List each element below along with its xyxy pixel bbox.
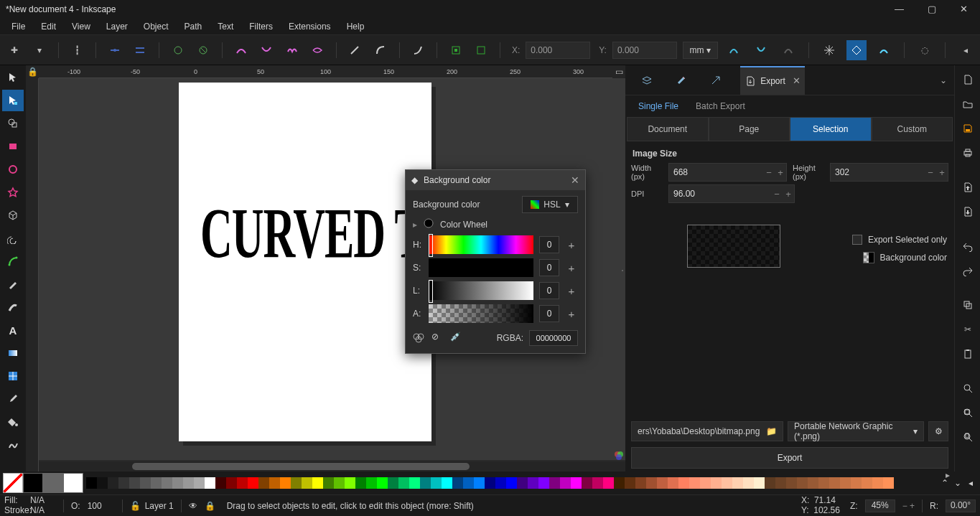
show-mask-icon[interactable] xyxy=(751,40,771,60)
menu-layer[interactable]: Layer xyxy=(99,19,135,34)
color-wheel-toggle[interactable]: ▸ Color Wheel xyxy=(413,217,578,231)
export-selected-only-row[interactable]: Export Selected only xyxy=(852,235,947,245)
dpi-input[interactable]: 96.00−+ xyxy=(668,184,795,203)
layer-visible-icon[interactable]: 🔓 xyxy=(130,501,141,511)
show-outline-icon[interactable] xyxy=(471,40,490,60)
palette-swatch[interactable] xyxy=(248,477,258,489)
scope-selection[interactable]: Selection xyxy=(790,117,872,141)
height-input[interactable]: 302−+ xyxy=(830,163,948,182)
rectangle-tool[interactable] xyxy=(2,136,24,157)
palette-swatch[interactable] xyxy=(668,477,678,489)
unit-select[interactable]: mm▾ xyxy=(683,42,718,59)
export-tab-close-icon[interactable]: ✕ xyxy=(793,75,801,86)
color-managed-icon[interactable] xyxy=(614,450,624,460)
export-selected-checkbox[interactable] xyxy=(852,235,862,245)
alpha-plus[interactable]: + xyxy=(565,305,578,322)
palette-swatch[interactable] xyxy=(151,477,162,489)
palette-swatch[interactable] xyxy=(689,477,700,489)
palette-swatch[interactable] xyxy=(797,477,808,489)
palette-swatch[interactable] xyxy=(226,477,237,489)
browse-folder-icon[interactable]: 📁 xyxy=(766,426,777,436)
alpha-slider[interactable] xyxy=(429,304,533,323)
palette-swatch[interactable] xyxy=(603,477,614,489)
lightness-value[interactable]: 0 xyxy=(539,282,559,299)
palette-swatch[interactable] xyxy=(140,477,151,489)
palette-swatch[interactable] xyxy=(506,477,517,489)
palette-swatch[interactable] xyxy=(237,477,248,489)
object-to-path-icon[interactable] xyxy=(409,40,428,60)
palette-swatch[interactable] xyxy=(86,477,97,489)
palette-swatch[interactable] xyxy=(377,477,388,489)
no-paint-icon[interactable]: ⊘ xyxy=(431,332,444,344)
palette-swatch[interactable] xyxy=(538,477,549,489)
dialog-titlebar[interactable]: ◆ Background color ✕ xyxy=(406,170,585,190)
palette-swatch[interactable] xyxy=(355,477,366,489)
background-color-dialog[interactable]: ◆ Background color ✕ Background color HS… xyxy=(405,169,586,354)
palette-swatch[interactable] xyxy=(442,477,452,489)
palette-swatch[interactable] xyxy=(345,477,355,489)
palette-swatch[interactable] xyxy=(334,477,345,489)
export-panel-tab[interactable]: Export ✕ xyxy=(740,66,805,95)
delete-node-icon[interactable]: ▾ xyxy=(29,40,49,60)
save-icon[interactable] xyxy=(958,118,978,139)
color-management-icon[interactable] xyxy=(413,332,426,344)
palette-swatch[interactable] xyxy=(840,477,851,489)
hue-value[interactable]: 0 xyxy=(539,236,559,253)
join-segment-icon[interactable] xyxy=(131,40,150,60)
node-symmetric-icon[interactable] xyxy=(282,40,302,60)
palette-swatch[interactable] xyxy=(678,477,689,489)
palette-swatch[interactable] xyxy=(312,477,323,489)
ruler-horizontal[interactable]: -100 -50 0 50 100 150 200 250 300 xyxy=(39,65,625,78)
menu-extensions[interactable]: Extensions xyxy=(281,19,338,34)
eye-icon[interactable]: 👁 xyxy=(189,501,197,511)
delete-segment-icon[interactable] xyxy=(168,40,187,60)
palette-swatch[interactable] xyxy=(194,477,205,489)
palette-swatch[interactable] xyxy=(808,477,818,489)
selector-tool[interactable] xyxy=(2,67,24,88)
palette-swatch[interactable] xyxy=(269,477,280,489)
maximize-button[interactable]: ▢ xyxy=(915,0,948,18)
palette-swatch[interactable] xyxy=(323,477,334,489)
object-properties-panel-tab-icon[interactable] xyxy=(706,70,726,90)
layers-panel-tab-icon[interactable] xyxy=(637,70,657,90)
palette-swatch[interactable] xyxy=(420,477,431,489)
shape-builder-tool[interactable] xyxy=(2,113,24,134)
palette-swatch[interactable] xyxy=(129,477,140,489)
display-popup-icon[interactable]: ▭ xyxy=(612,65,625,78)
rgba-input[interactable]: 00000000 xyxy=(529,330,578,346)
palette-swatch[interactable] xyxy=(366,477,377,489)
palette-swatch[interactable] xyxy=(162,477,172,489)
mesh-tool[interactable] xyxy=(2,365,24,387)
zoom-selection-icon[interactable] xyxy=(958,378,978,398)
menu-edit[interactable]: Edit xyxy=(34,19,63,34)
width-plus[interactable]: + xyxy=(775,164,786,181)
palette-swatch[interactable] xyxy=(646,477,657,489)
palette-swatch[interactable] xyxy=(463,477,474,489)
eyedropper-icon[interactable]: 💉 xyxy=(450,332,463,344)
scope-page[interactable]: Page xyxy=(709,117,790,141)
palette-swatch[interactable] xyxy=(108,477,118,489)
scope-custom[interactable]: Custom xyxy=(872,117,953,141)
cut-icon[interactable]: ✂ xyxy=(958,319,978,339)
palette-next-icon[interactable]: ⌄ xyxy=(951,477,964,489)
palette-swatch[interactable] xyxy=(549,477,560,489)
palette-swatch[interactable] xyxy=(431,477,442,489)
palette-menu-icon[interactable]: ◂ xyxy=(964,477,977,489)
close-button[interactable]: ✕ xyxy=(948,0,980,18)
lightness-slider[interactable] xyxy=(429,281,533,300)
height-minus[interactable]: − xyxy=(925,164,936,181)
open-document-icon[interactable] xyxy=(958,94,978,114)
transform-handles-icon[interactable] xyxy=(819,40,839,60)
tweak-tool[interactable] xyxy=(2,434,24,456)
node-smooth-icon[interactable] xyxy=(256,40,276,60)
rotation-input[interactable]: 0.00° xyxy=(946,499,976,512)
palette-swatch[interactable] xyxy=(862,477,872,489)
paint-bucket-tool[interactable] xyxy=(2,411,24,433)
gray-large-swatch[interactable] xyxy=(43,473,63,493)
menu-filters[interactable]: Filters xyxy=(242,19,280,34)
segment-curve-icon[interactable] xyxy=(370,40,390,60)
palette-swatch[interactable] xyxy=(302,477,312,489)
snap-enable-icon[interactable]: ◌ xyxy=(915,40,935,60)
panel-chevron-down-icon[interactable]: ⌄ xyxy=(940,75,947,85)
export-path-input[interactable]: ers\Yobaba\Desktop\bitmap.png📁 xyxy=(631,421,783,441)
